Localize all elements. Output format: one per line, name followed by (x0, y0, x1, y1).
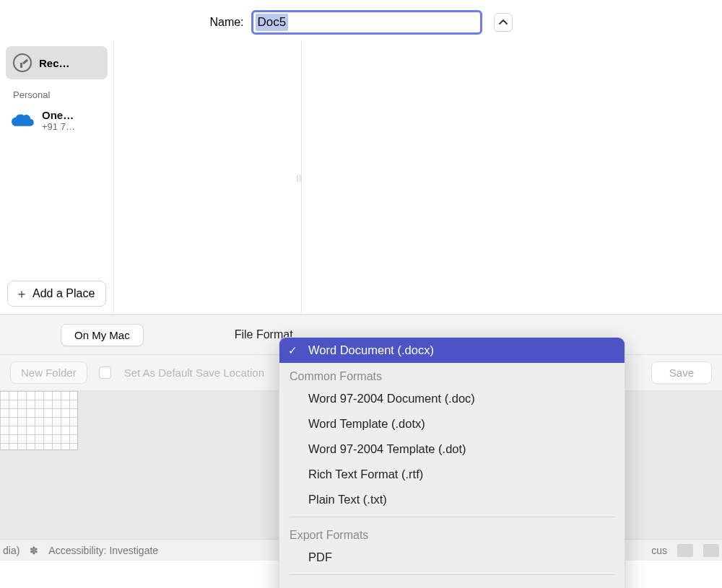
file-column[interactable]: || (114, 40, 302, 314)
sidebar-section-personal: Personal (6, 79, 108, 105)
plus-icon: ＋ (15, 287, 28, 300)
chevron-up-icon (499, 19, 508, 25)
format-option-label: Word 97-2004 Template (.dot) (308, 442, 466, 455)
onedrive-icon (10, 113, 35, 128)
status-accessibility[interactable]: Accessibility: Investigate (48, 545, 158, 556)
format-option[interactable]: Word Template (.dotx) (279, 411, 625, 436)
onedrive-text: One… +91 7… (42, 109, 75, 132)
status-left-truncated: dia) (3, 545, 19, 556)
format-option-label: Word Document (.docx) (308, 343, 434, 356)
sidebar-item-recent[interactable]: Rec… (6, 46, 108, 79)
save-dialog-topbar: Name: Doc5 (0, 0, 722, 40)
clock-icon (13, 53, 32, 72)
add-place-button[interactable]: ＋ Add a Place (7, 281, 106, 307)
dropdown-separator (290, 574, 614, 575)
preview-column (302, 40, 722, 314)
name-label: Name: (209, 16, 243, 29)
accessibility-icon: ✽ (30, 545, 38, 556)
check-icon: ✓ (288, 344, 297, 357)
format-option[interactable]: Word 97-2004 Template (.dot) (279, 436, 625, 462)
new-folder-button[interactable]: New Folder (10, 361, 87, 384)
view-mode-button-2[interactable] (703, 544, 719, 557)
format-option[interactable]: Rich Text Format (.rtf) (279, 462, 625, 487)
format-group-speciality: Speciality Formats (279, 579, 625, 588)
status-right: cus (651, 544, 719, 557)
view-mode-button-1[interactable] (677, 544, 693, 557)
format-option[interactable]: Word 97-2004 Document (.doc) (279, 386, 625, 411)
format-option-selected[interactable]: ✓ Word Document (.docx) (279, 338, 625, 363)
format-option-label: Plain Text (.txt) (308, 493, 387, 506)
sidebar-item-onedrive[interactable]: One… +91 7… (6, 105, 108, 136)
sidebar-item-label: Rec… (39, 57, 70, 69)
format-option-label: Word Template (.dotx) (308, 417, 425, 430)
status-focus-truncated: cus (651, 545, 667, 556)
sidebar: Rec… Personal One… +91 7… ＋ Add a Place (0, 40, 114, 314)
filename-input-wrap[interactable]: Doc5 (251, 10, 482, 35)
add-place-label: Add a Place (32, 287, 95, 300)
onedrive-subtitle: +91 7… (42, 121, 75, 132)
collapse-dialog-button[interactable] (494, 13, 513, 32)
format-option[interactable]: Plain Text (.txt) (279, 487, 625, 512)
format-group-common: Common Formats (279, 363, 625, 386)
format-option-label: Word 97-2004 Document (.doc) (308, 392, 475, 405)
file-format-dropdown[interactable]: ✓ Word Document (.docx) Common Formats W… (279, 337, 625, 588)
column-splitter-icon[interactable]: || (297, 173, 302, 181)
location-browser: Rec… Personal One… +91 7… ＋ Add a Place … (0, 40, 722, 315)
format-option-label: PDF (308, 550, 332, 563)
filename-input[interactable]: Doc5 (256, 14, 289, 31)
default-save-checkbox[interactable] (99, 367, 111, 379)
on-my-mac-button[interactable]: On My Mac (61, 324, 144, 346)
format-option-label: Rich Text Format (.rtf) (308, 468, 423, 481)
dropdown-separator (290, 517, 614, 517)
save-button[interactable]: Save (651, 361, 712, 384)
format-option[interactable]: PDF (279, 545, 625, 570)
format-group-export: Export Formats (279, 522, 625, 545)
ruler-corner (0, 391, 78, 450)
onedrive-title: One… (42, 109, 75, 121)
default-save-label: Set As Default Save Location (124, 367, 264, 379)
